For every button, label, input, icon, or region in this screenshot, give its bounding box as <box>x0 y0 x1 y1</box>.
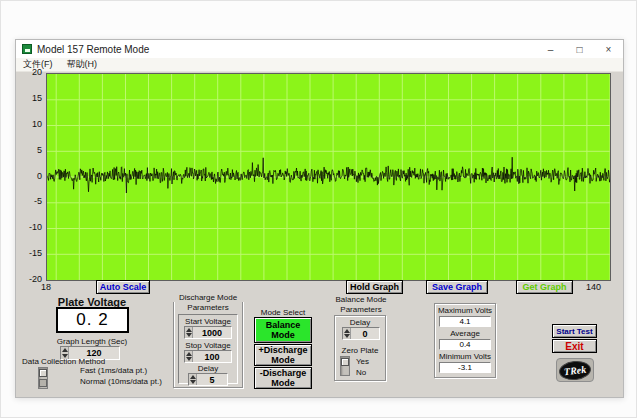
y-tick-label: 0 <box>37 171 42 181</box>
balance-params-title: Balance Mode <box>328 295 394 304</box>
spinner-arrows-icon[interactable] <box>185 351 193 362</box>
discharge-delay-spinner[interactable]: 5 <box>188 373 228 386</box>
average-voltage-value: 0.4 <box>439 339 491 350</box>
close-button[interactable]: × <box>594 40 623 58</box>
spinner-arrows-icon[interactable] <box>343 328 351 339</box>
discharge-group-title: Discharge Mode <box>171 293 245 302</box>
zero-plate-no-label: No <box>356 368 366 377</box>
start-voltage-label: Start Voltage <box>178 317 238 326</box>
voltage-graph <box>46 73 611 281</box>
stop-voltage-value: 100 <box>193 351 231 362</box>
window-controls: – □ × <box>536 40 623 58</box>
app-window: Model 157 Remote Mode – □ × 文件(F) 帮助(H) … <box>15 39 624 398</box>
discharge-delay-value: 5 <box>197 374 227 385</box>
menu-item-help[interactable]: 帮助(H) <box>60 58 105 71</box>
title-bar: Model 157 Remote Mode – □ × <box>16 40 623 58</box>
app-icon <box>22 44 32 54</box>
stop-voltage-label: Stop Voltage <box>178 341 238 350</box>
y-tick-label: 20 <box>32 67 42 77</box>
balance-params-subtitle: Parameters <box>328 305 394 314</box>
auto-scale-button[interactable]: Auto Scale <box>96 280 150 294</box>
trek-logo-oval: TRek <box>558 359 592 381</box>
minimum-volts-value: -3.1 <box>439 362 491 373</box>
y-axis-labels: 20151050-5-10-15-20 <box>18 67 42 284</box>
plate-voltage-display: 0. 2 <box>56 307 129 333</box>
maximize-button[interactable]: □ <box>565 40 594 58</box>
balance-delay-label: Delay <box>334 318 386 327</box>
zero-plate-label: Zero Plate <box>334 346 386 355</box>
normal-option-label: Normal (10ms/data pt.) <box>80 377 162 386</box>
y-tick-label: 5 <box>37 145 42 155</box>
maximum-volts-value: 4.1 <box>439 316 491 327</box>
start-voltage-spinner[interactable]: 1000 <box>184 326 232 339</box>
y-tick-label: -5 <box>34 196 42 206</box>
window-title: Model 157 Remote Mode <box>37 44 149 55</box>
trek-logo: TRek <box>556 358 594 382</box>
x-tick-max: 140 <box>586 282 601 292</box>
y-tick-label: 15 <box>32 93 42 103</box>
data-collection-slider[interactable] <box>38 367 48 389</box>
screenshot-background: Model 157 Remote Mode – □ × 文件(F) 帮助(H) … <box>0 0 637 418</box>
save-graph-button[interactable]: Save Graph <box>426 280 488 294</box>
start-voltage-value: 1000 <box>193 327 231 338</box>
exit-button[interactable]: Exit <box>552 339 597 353</box>
data-collection-label: Data Collection Method <box>22 357 105 366</box>
zero-plate-yes-label: Yes <box>356 357 369 366</box>
trek-logo-text: TRek <box>563 363 586 376</box>
fast-option-label: Fast (1ms/data pt.) <box>80 366 147 375</box>
discharge-group-subtitle: Parameters <box>173 303 243 312</box>
y-tick-label: 10 <box>32 119 42 129</box>
plus-discharge-mode-button[interactable]: +Discharge Mode <box>254 344 312 366</box>
balance-delay-value: 0 <box>351 328 379 339</box>
minimize-button[interactable]: – <box>536 40 565 58</box>
hold-graph-button[interactable]: Hold Graph <box>346 280 403 294</box>
spinner-arrows-icon[interactable] <box>189 374 197 385</box>
y-tick-label: -10 <box>29 222 42 232</box>
menu-bar: 文件(F) 帮助(H) <box>16 58 623 72</box>
mode-select-label: Mode Select <box>252 308 314 317</box>
graph-length-label: Graph Length (Sec) <box>46 337 138 346</box>
spinner-arrows-icon[interactable] <box>185 327 193 338</box>
x-tick-min: 18 <box>41 282 51 292</box>
maximum-volts-label: Maximum Volts <box>436 306 494 315</box>
minus-discharge-mode-button[interactable]: -Discharge Mode <box>254 367 312 389</box>
signal-plot-svg <box>47 74 610 280</box>
get-graph-button[interactable]: Get Graph <box>516 280 573 294</box>
discharge-delay-label: Delay <box>178 364 238 373</box>
balance-delay-spinner[interactable]: 0 <box>342 327 380 340</box>
zero-plate-slider[interactable] <box>340 356 350 376</box>
y-tick-label: -15 <box>29 248 42 258</box>
balance-mode-button[interactable]: Balance Mode <box>254 317 312 343</box>
start-test-button[interactable]: Start Test <box>552 324 597 338</box>
stop-voltage-spinner[interactable]: 100 <box>184 350 232 363</box>
minimum-volts-label: Minimum Volts <box>436 352 494 361</box>
